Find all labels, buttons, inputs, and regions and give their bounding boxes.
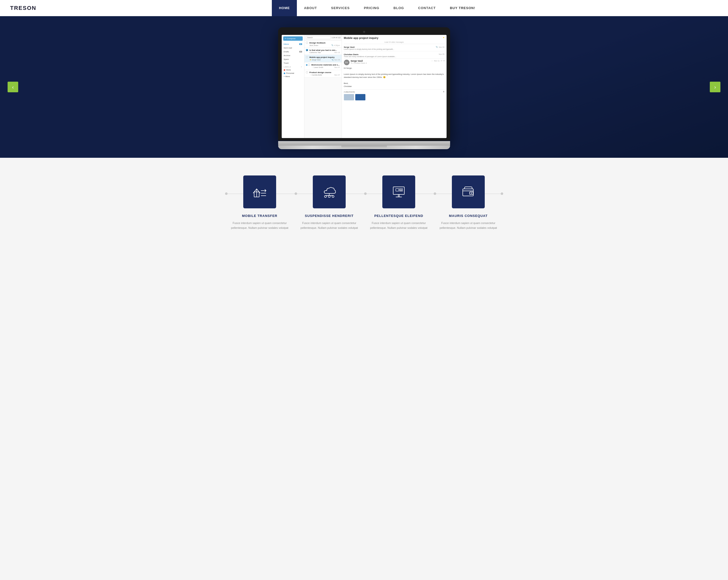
laptop-body: ✏ Compose Inbox 3 Sent mail Drafts 2: [278, 27, 450, 140]
sidebar-item-inbox[interactable]: Inbox 3: [282, 42, 304, 46]
laptop-camera: [363, 31, 365, 33]
laptop-frame: ✏ Compose Inbox 3 Sent mail Drafts 2: [278, 27, 450, 149]
svg-rect-14: [396, 189, 399, 191]
navbar: TRESON HOME ABOUT SERVICES PRICING BLOG …: [0, 0, 728, 16]
email-time: Nov 10: [334, 52, 340, 53]
more-label: + More: [284, 75, 290, 78]
email-time: Nov 09: [334, 59, 340, 61]
message-date: Nov 11: [434, 60, 440, 62]
svg-rect-17: [463, 189, 473, 196]
svg-point-7: [324, 195, 327, 197]
attachments-label: 2 attachments: [344, 91, 355, 93]
pagination-label: 1-24 of 112: [332, 37, 341, 38]
email-meta: ☆ Lewis Smith Nov 07: [312, 66, 340, 69]
hero-section: ‹ ✏ Compose Inbox 3: [0, 16, 728, 158]
laptop-base: [278, 141, 450, 146]
sidebar-item-sent[interactable]: Sent mail: [282, 46, 304, 50]
feature-desc: Fusce interdum sapien ut quam consectetu…: [369, 221, 428, 230]
star-icon[interactable]: ☆: [312, 66, 313, 69]
message-body: Hi Serge, Lorem Ipsum is simply dummy te…: [344, 67, 445, 88]
message-star-icon[interactable]: ☆: [431, 60, 433, 62]
label-personal[interactable]: Personal: [282, 72, 304, 75]
sidebar-item-archive[interactable]: Archive: [282, 54, 304, 57]
nav-item-contact[interactable]: CONTACT: [411, 0, 443, 16]
svg-point-9: [332, 195, 334, 197]
nav-item-about[interactable]: ABOUT: [297, 0, 324, 16]
svg-point-8: [328, 195, 330, 197]
wallet-icon: [461, 184, 476, 200]
feature-title: MAURIS CONSEQUAT: [449, 214, 488, 218]
email-sender: Lewis Smith: [314, 67, 323, 68]
reply-icon[interactable]: ↩: [441, 60, 443, 62]
nav-menu: HOME ABOUT SERVICES PRICING BLOG CONTACT…: [36, 0, 718, 16]
thread-row: Christian Davis Nov 05: [344, 53, 445, 56]
search-input[interactable]: [306, 36, 331, 39]
sidebar-item-drafts[interactable]: Drafts 2: [282, 50, 304, 54]
personal-dot: [284, 73, 285, 74]
sidebar-item-spam[interactable]: Spam: [282, 57, 304, 61]
email-time: Nov 07: [334, 67, 340, 68]
message-from: Serge Vasil: [351, 60, 367, 62]
nav-item-pricing[interactable]: PRICING: [357, 0, 386, 16]
laptop-camera-bar: [282, 31, 447, 33]
email-item[interactable]: Bistronome materials and s... ☆ Lewis Sm…: [305, 62, 342, 70]
star-icon[interactable]: ★: [310, 59, 311, 61]
thread-date: Nov 05: [439, 53, 444, 55]
sidebar-item-trash[interactable]: Trash: [282, 61, 304, 65]
labels-header: LABELS +: [282, 65, 304, 68]
label-more[interactable]: + More: [282, 75, 304, 78]
spam-label: Spam: [284, 58, 289, 60]
email-sender: Serge Vasil: [312, 59, 321, 61]
email-checkbox[interactable]: [308, 64, 310, 66]
email-item[interactable]: Product design course ☆ Camilla Belle No…: [305, 70, 342, 78]
feature-item-mobile-transfer: MOBILE TRANSFER Fusce interdum sapien ut…: [225, 176, 294, 230]
label-work[interactable]: Work: [282, 68, 304, 72]
carousel-prev-button[interactable]: ‹: [7, 82, 18, 92]
reading-star-icon[interactable]: ★: [443, 36, 445, 39]
feature-title: MOBILE TRANSFER: [242, 214, 278, 218]
email-checkbox[interactable]: ✓: [306, 49, 308, 51]
laptop-foot: [278, 146, 450, 149]
compose-button[interactable]: ✏ Compose: [283, 36, 303, 41]
archive-label: Archive: [284, 54, 290, 57]
download-icon[interactable]: ⬇: [443, 91, 445, 93]
email-item[interactable]: Design feedback Jack Jones 📎 4:30pm: [305, 41, 342, 48]
feature-desc: Fusce interdum sapien ut quam consectetu…: [439, 221, 498, 230]
attachment-thumb-1[interactable]: [344, 94, 354, 100]
email-sender: Camilla Belle: [312, 74, 322, 76]
load-older-label[interactable]: Load 24 older messages: [344, 41, 445, 44]
feature-icon-box: [243, 176, 276, 208]
email-subject: Mobile app project inquiry: [310, 56, 340, 58]
nav-item-home[interactable]: HOME: [272, 0, 297, 16]
feature-desc: Fusce interdum sapien ut quam consectetu…: [300, 221, 359, 230]
email-subject: Product design course: [310, 71, 340, 74]
attachment-icon: 📎: [332, 59, 334, 61]
email-meta: Jack Jones 📎 4:30pm: [310, 44, 340, 46]
labels-expand-icon[interactable]: +: [301, 66, 302, 68]
svg-rect-16: [399, 190, 402, 191]
email-checkbox[interactable]: [306, 42, 308, 44]
sent-label: Sent mail: [284, 47, 292, 49]
inbox-badge: 3: [299, 43, 302, 45]
email-list-header: 1-24 of 112 ‹ ›: [305, 35, 342, 41]
nav-item-buy[interactable]: BUY TRESON!: [443, 0, 482, 16]
nav-item-blog[interactable]: BLOG: [386, 0, 411, 16]
email-subject: Design feedback: [310, 42, 340, 44]
attachment-thumbnails: [344, 93, 445, 101]
feature-item-suspendisse: SUSPENDISSE HENDRERIT Fusce interdum sap…: [294, 176, 364, 230]
attachment-thumb-2[interactable]: [355, 94, 365, 100]
email-item[interactable]: ✓ Is that what you had in min... Catheri…: [305, 48, 342, 55]
more-icon[interactable]: ▾: [444, 60, 445, 62]
work-dot: [284, 69, 285, 71]
mobile-transfer-icon: [252, 184, 267, 200]
carousel-next-button[interactable]: ›: [710, 82, 721, 92]
feature-item-mauris: MAURIS CONSEQUAT Fusce interdum sapien u…: [434, 176, 503, 230]
email-checkbox[interactable]: [306, 71, 308, 73]
email-item[interactable]: Mobile app project inquiry ★ Serge Vasil: [305, 55, 342, 62]
laptop-screen: ✏ Compose Inbox 3 Sent mail Drafts 2: [282, 35, 447, 138]
email-checkbox[interactable]: [306, 56, 308, 58]
star-icon[interactable]: ☆: [310, 74, 311, 76]
thread-item: Serge Vasil 📎 Nov 03 Lorem Ipsum is simp…: [344, 45, 445, 51]
nav-item-services[interactable]: SERVICES: [324, 0, 357, 16]
drafts-badge: 2: [299, 51, 302, 53]
